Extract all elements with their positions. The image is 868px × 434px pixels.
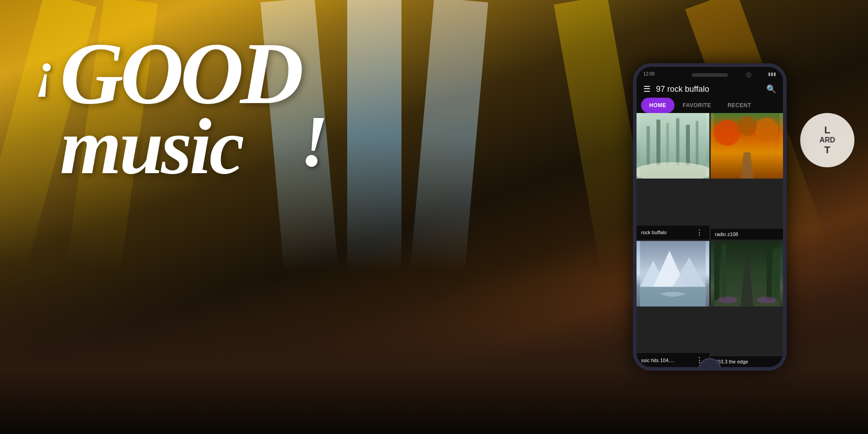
sign-line3: T: [824, 144, 830, 156]
station-label-2: radio z108: [711, 229, 783, 240]
app-header: ☰ 97 rock buffalo 🔍: [637, 80, 783, 98]
status-battery: ▮▮▮: [768, 71, 776, 76]
status-time: 12:00: [643, 71, 655, 76]
station-label-4: 103.3 the edge: [711, 356, 783, 367]
station-name-2: radio z108: [715, 231, 738, 237]
station-thumb-3: [637, 241, 709, 307]
svg-rect-19: [722, 244, 726, 300]
station-name-1: rock buffalo: [641, 230, 667, 235]
tab-bar: HOME FAVORITE RECENT: [637, 98, 783, 113]
svg-point-10: [755, 118, 778, 141]
svg-rect-5: [686, 125, 690, 165]
forest-svg-1: [637, 113, 709, 179]
station-label-1: rock buffalo ⋮: [637, 226, 709, 240]
svg-rect-21: [773, 249, 780, 300]
station-card-the-edge[interactable]: 103.3 the edge: [711, 241, 783, 368]
station-card-rock-buffalo[interactable]: rock buffalo ⋮: [637, 113, 709, 240]
station-thumb-2: [711, 113, 783, 179]
app-title: 97 rock buffalo: [656, 85, 761, 94]
svg-rect-3: [666, 123, 669, 165]
station-grid: rock buffalo ⋮: [637, 113, 783, 367]
svg-rect-18: [714, 247, 719, 300]
svg-point-22: [717, 297, 737, 303]
svg-point-9: [714, 120, 740, 146]
svg-rect-6: [696, 121, 698, 165]
phone-container: 12:00 ▮▮▮ ☰ 97 rock buffalo 🔍 HOME FAVOR…: [633, 0, 787, 434]
search-icon[interactable]: 🔍: [766, 84, 776, 94]
svg-rect-4: [676, 118, 679, 165]
phone-frame: 12:00 ▮▮▮ ☰ 97 rock buffalo 🔍 HOME FAVOR…: [633, 63, 787, 371]
forest-road-svg: [711, 241, 783, 307]
svg-point-11: [737, 116, 757, 136]
sign-line2: ARD: [820, 136, 835, 144]
beam-4: [347, 0, 401, 271]
sign-line1: L: [824, 124, 830, 136]
tab-favorite[interactable]: FAVORITE: [675, 98, 719, 113]
tagline-exclaim-prefix: ¡: [36, 45, 56, 95]
svg-rect-20: [766, 246, 772, 300]
phone-speaker: [692, 73, 728, 77]
autumn-svg: [711, 113, 783, 179]
phone-camera: [746, 72, 751, 78]
station-name-4: 103.3 the edge: [715, 359, 748, 364]
station-label-3: ssic hits 104.... ⋮: [637, 353, 709, 367]
hamburger-icon[interactable]: ☰: [643, 84, 651, 94]
svg-point-7: [637, 162, 709, 179]
sign-decoration: L ARD T: [800, 113, 854, 167]
tagline-block: ¡ GOOD music !: [36, 36, 328, 182]
station-thumb-1: [637, 113, 709, 179]
station-card-classic-hits[interactable]: ssic hits 104.... ⋮: [637, 241, 709, 368]
more-button-1[interactable]: ⋮: [694, 228, 705, 237]
station-thumb-4: [711, 241, 783, 307]
svg-point-23: [757, 297, 777, 303]
phone-screen: 12:00 ▮▮▮ ☰ 97 rock buffalo 🔍 HOME FAVOR…: [637, 67, 783, 367]
tab-home[interactable]: HOME: [641, 98, 675, 113]
svg-rect-2: [656, 120, 660, 166]
tagline-good: GOOD: [60, 36, 300, 111]
mountain-svg: [637, 241, 709, 307]
station-name-3: ssic hits 104....: [641, 358, 674, 363]
tagline-exclaim-suffix: !: [300, 105, 328, 178]
svg-rect-1: [646, 126, 650, 165]
tab-recent[interactable]: RECENT: [719, 98, 759, 113]
beam-5: [410, 0, 488, 273]
station-card-radio-z108[interactable]: radio z108: [711, 113, 783, 240]
